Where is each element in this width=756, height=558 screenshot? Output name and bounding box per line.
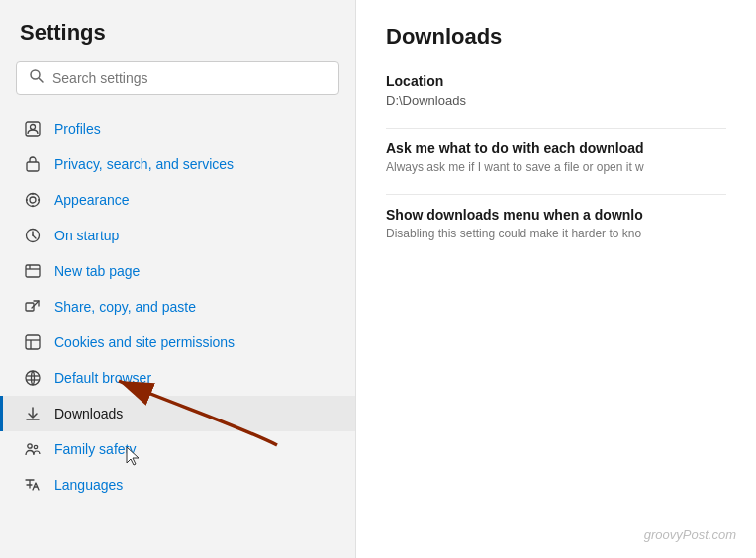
- sidebar-item-label-languages: Languages: [54, 477, 123, 493]
- languages-icon: [23, 475, 43, 495]
- svg-line-18: [32, 301, 39, 308]
- svg-point-22: [26, 371, 40, 385]
- setting-location: Location D:\Downloads: [386, 73, 726, 108]
- setting-ask: Ask me what to do with each download Alw…: [386, 140, 726, 174]
- sidebar-item-share[interactable]: Share, copy, and paste: [0, 289, 355, 325]
- sidebar: Settings Profiles: [0, 0, 356, 558]
- sidebar-item-label-familysafety: Family safety: [54, 441, 136, 457]
- sidebar-item-label-defaultbrowser: Default browser: [54, 370, 151, 386]
- sidebar-item-cookies[interactable]: Cookies and site permissions: [0, 325, 355, 360]
- download-icon: [23, 404, 43, 423]
- sidebar-item-privacy[interactable]: Privacy, search, and services: [0, 146, 355, 182]
- svg-rect-19: [26, 335, 40, 349]
- sidebar-item-label-downloads: Downloads: [54, 406, 123, 421]
- sidebar-item-startup[interactable]: On startup: [0, 218, 355, 253]
- nav-list: Profiles Privacy, search, and services: [0, 111, 355, 503]
- setting-desc-showmenu: Disabling this setting could make it har…: [386, 227, 726, 240]
- startup-icon: [23, 226, 43, 245]
- setting-title-location: Location: [386, 73, 726, 89]
- svg-point-27: [34, 445, 37, 448]
- profile-icon: [23, 119, 43, 139]
- svg-rect-4: [27, 162, 39, 171]
- svg-point-26: [28, 444, 32, 448]
- svg-point-6: [30, 197, 36, 203]
- sidebar-item-label-cookies: Cookies and site permissions: [54, 334, 235, 350]
- svg-line-1: [40, 79, 44, 83]
- sidebar-item-label-newtab: New tab page: [54, 263, 140, 279]
- sidebar-item-appearance[interactable]: Appearance: [0, 182, 355, 218]
- sidebar-item-label-share: Share, copy, and paste: [54, 299, 196, 315]
- sidebar-item-profiles[interactable]: Profiles: [0, 111, 355, 146]
- divider-1: [386, 128, 726, 129]
- setting-title-showmenu: Show downloads menu when a downlo: [386, 207, 726, 223]
- family-icon: [23, 439, 43, 459]
- sidebar-item-label-appearance: Appearance: [54, 192, 130, 208]
- search-box[interactable]: [16, 61, 339, 95]
- watermark: groovyPost.com: [644, 527, 736, 542]
- sidebar-item-languages[interactable]: Languages: [0, 467, 355, 503]
- browser-icon: [23, 368, 43, 388]
- sidebar-item-downloads[interactable]: Downloads: [0, 396, 355, 431]
- sidebar-title: Settings: [0, 20, 355, 61]
- sidebar-item-defaultbrowser[interactable]: Default browser: [0, 360, 355, 396]
- page-title: Downloads: [386, 24, 726, 49]
- svg-line-13: [33, 235, 36, 238]
- svg-rect-14: [26, 265, 40, 277]
- setting-showmenu: Show downloads menu when a downlo Disabl…: [386, 207, 726, 240]
- sidebar-item-label-profiles: Profiles: [54, 121, 101, 137]
- setting-desc-ask: Always ask me if I want to save a file o…: [386, 160, 726, 174]
- sidebar-item-newtab[interactable]: New tab page: [0, 253, 355, 289]
- svg-point-3: [31, 125, 36, 130]
- appearance-icon: [23, 190, 43, 210]
- main-content: Downloads Location D:\Downloads Ask me w…: [356, 0, 756, 558]
- search-icon: [29, 68, 45, 88]
- svg-point-5: [27, 194, 40, 207]
- sidebar-item-label-startup: On startup: [54, 228, 119, 243]
- newtab-icon: [23, 261, 43, 281]
- privacy-icon: [23, 154, 43, 174]
- cookies-icon: [23, 332, 43, 352]
- svg-point-0: [31, 70, 40, 79]
- setting-title-ask: Ask me what to do with each download: [386, 140, 726, 156]
- divider-2: [386, 194, 726, 195]
- share-icon: [23, 297, 43, 317]
- sidebar-item-label-privacy: Privacy, search, and services: [54, 156, 234, 172]
- setting-value-location: D:\Downloads: [386, 93, 726, 108]
- sidebar-item-familysafety[interactable]: Family safety: [0, 431, 355, 467]
- search-input[interactable]: [52, 70, 327, 86]
